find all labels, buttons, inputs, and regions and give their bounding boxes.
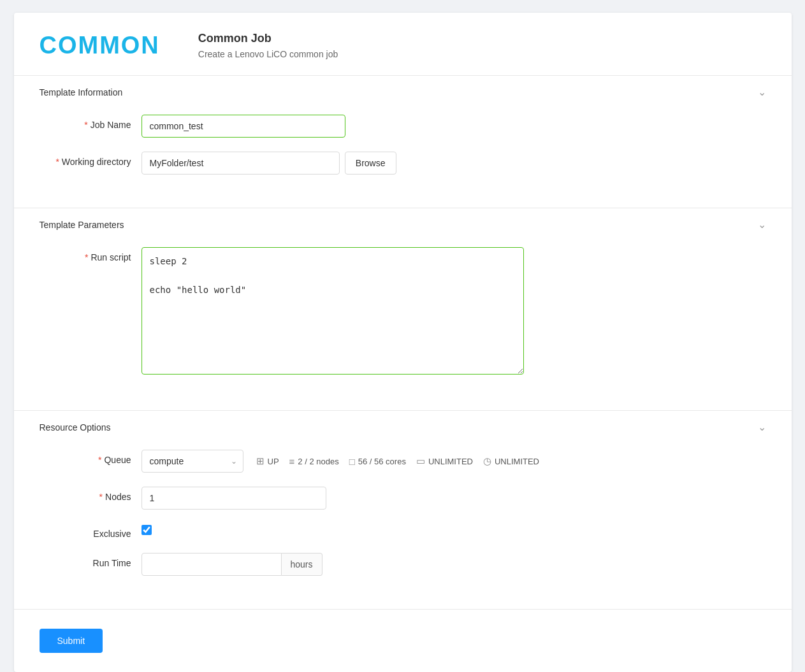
- page-subtitle: Create a Lenovo LiCO common job: [198, 49, 338, 59]
- working-dir-control: Browse: [141, 152, 396, 175]
- queue-stats: ⊞ UP ≡ 2 / 2 nodes □ 56 / 56 cores ▭: [256, 455, 540, 467]
- submit-section: Submit: [14, 610, 792, 672]
- queue-cores-item: □ 56 / 56 cores: [349, 456, 406, 467]
- resource-options-chevron-icon: ⌄: [758, 421, 766, 433]
- template-params-title: Template Parameters: [40, 220, 124, 230]
- queue-time-item: ◷ UNLIMITED: [483, 455, 539, 467]
- runtime-row: Run Time hours: [40, 553, 766, 576]
- run-script-control: sleep 2 echo "hello world": [141, 247, 524, 377]
- template-params-chevron-icon: ⌄: [758, 218, 766, 231]
- template-info-chevron-icon: ⌄: [758, 86, 766, 98]
- template-params-header[interactable]: Template Parameters ⌄: [14, 208, 792, 241]
- working-dir-label: *Working directory: [40, 152, 141, 167]
- time-icon: ◷: [483, 455, 491, 467]
- working-dir-row: *Working directory Browse: [40, 152, 766, 175]
- nodes-input[interactable]: [141, 487, 326, 510]
- template-parameters-section: Template Parameters ⌄ *Run script sleep …: [14, 208, 792, 411]
- page-container: COMMON Common Job Create a Lenovo LiCO c…: [14, 13, 792, 672]
- page-title: Common Job: [198, 32, 338, 45]
- resource-options-title: Resource Options: [40, 422, 111, 433]
- nodes-icon: ≡: [289, 456, 295, 467]
- nodes-control: [141, 487, 345, 510]
- nodes-row: *Nodes: [40, 487, 766, 510]
- job-name-label: *Job Name: [40, 115, 141, 130]
- queue-nodes-item: ≡ 2 / 2 nodes: [289, 456, 339, 467]
- runtime-input[interactable]: [141, 553, 282, 576]
- resource-options-section: Resource Options ⌄ *Queue compute normal…: [14, 411, 792, 610]
- template-information-section: Template Information ⌄ *Job Name *Workin…: [14, 76, 792, 208]
- template-info-header[interactable]: Template Information ⌄: [14, 76, 792, 108]
- submit-button[interactable]: Submit: [40, 629, 103, 653]
- run-script-textarea[interactable]: sleep 2 echo "hello world": [141, 247, 524, 375]
- queue-nodes-value: 2 / 2 nodes: [298, 457, 338, 466]
- exclusive-checkbox[interactable]: [141, 525, 152, 535]
- template-info-title: Template Information: [40, 87, 123, 97]
- queue-status-item: ⊞ UP: [256, 455, 279, 467]
- queue-row: *Queue compute normal high ⌄ ⊞: [40, 450, 766, 473]
- cores-icon: □: [349, 456, 355, 467]
- template-params-body: *Run script sleep 2 echo "hello world": [14, 241, 792, 410]
- queue-label: *Queue: [40, 450, 141, 465]
- job-name-input[interactable]: [141, 115, 345, 138]
- job-name-control: [141, 115, 345, 138]
- runtime-suffix: hours: [282, 553, 323, 576]
- resource-options-body: *Queue compute normal high ⌄ ⊞: [14, 443, 792, 609]
- queue-select[interactable]: compute normal high: [141, 450, 243, 473]
- job-name-row: *Job Name: [40, 115, 766, 138]
- header-info: Common Job Create a Lenovo LiCO common j…: [198, 32, 338, 59]
- browse-button[interactable]: Browse: [345, 152, 396, 175]
- run-script-row: *Run script sleep 2 echo "hello world": [40, 247, 766, 377]
- queue-status-value: UP: [268, 457, 279, 466]
- memory-icon: ▭: [416, 455, 425, 467]
- queue-mem-item: ▭ UNLIMITED: [416, 455, 473, 467]
- queue-control: compute normal high ⌄ ⊞ UP ≡ 2: [141, 450, 540, 473]
- queue-select-wrapper: compute normal high ⌄: [141, 450, 243, 473]
- queue-time-value: UNLIMITED: [495, 457, 539, 466]
- exclusive-row: Exclusive: [40, 524, 766, 539]
- exclusive-label: Exclusive: [40, 524, 141, 539]
- nodes-label: *Nodes: [40, 487, 141, 502]
- runtime-label: Run Time: [40, 553, 141, 568]
- template-info-body: *Job Name *Working directory Browse: [14, 108, 792, 208]
- logo: COMMON: [40, 32, 160, 59]
- page-header: COMMON Common Job Create a Lenovo LiCO c…: [14, 13, 792, 76]
- exclusive-control: [141, 525, 152, 538]
- server-icon: ⊞: [256, 455, 265, 467]
- run-script-label: *Run script: [40, 247, 141, 262]
- working-dir-input[interactable]: [141, 152, 340, 175]
- queue-cores-value: 56 / 56 cores: [358, 457, 406, 466]
- resource-options-header[interactable]: Resource Options ⌄: [14, 411, 792, 443]
- queue-mem-value: UNLIMITED: [428, 457, 473, 466]
- runtime-control: hours: [141, 553, 323, 576]
